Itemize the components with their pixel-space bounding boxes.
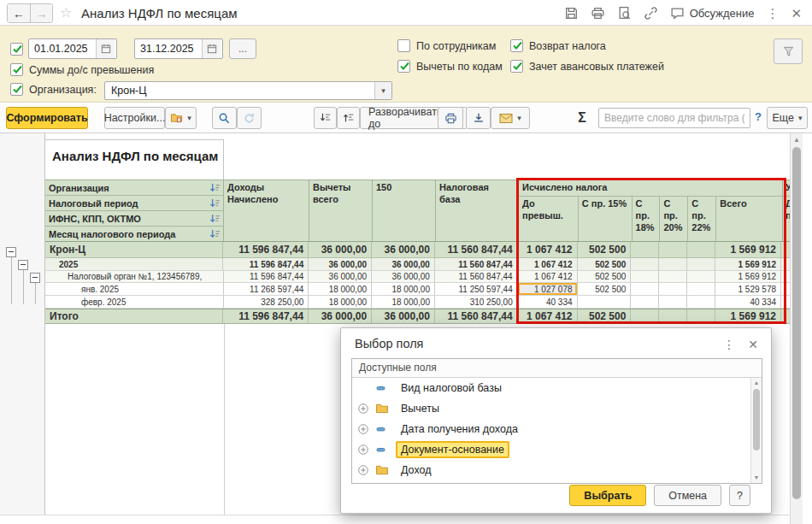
sums-checkbox[interactable] xyxy=(10,63,23,76)
data-cell[interactable]: 11 596 847,44 xyxy=(223,309,309,323)
dialog-help-button[interactable]: ? xyxy=(729,485,750,506)
data-cell[interactable]: 1 569 912 xyxy=(715,271,781,282)
back-button[interactable]: ← xyxy=(8,4,30,22)
repeat-search-button[interactable] xyxy=(237,107,262,129)
data-cell[interactable]: 11 268 597,44 xyxy=(224,283,309,295)
data-cell[interactable]: 36 000,00 xyxy=(372,242,435,257)
data-cell[interactable]: 11 596 847,44 xyxy=(223,242,309,257)
data-cell[interactable]: 328 250,00 xyxy=(224,296,309,308)
data-cell[interactable] xyxy=(578,296,632,308)
more-button[interactable]: Еще ▾ xyxy=(767,107,808,129)
data-cell[interactable]: 36 000,00 xyxy=(372,309,435,323)
dialog-close-icon[interactable]: ✕ xyxy=(748,338,758,351)
data-cell[interactable]: 1 067 412 xyxy=(518,271,578,282)
data-cell[interactable]: 502 500 xyxy=(578,309,632,323)
collapse-groups-button[interactable] xyxy=(314,107,337,129)
data-cell[interactable] xyxy=(659,258,687,270)
data-cell[interactable]: 1 569 912 xyxy=(715,258,781,270)
sort-icon[interactable] xyxy=(209,198,221,209)
sort-icon[interactable] xyxy=(209,183,221,193)
tax-refund-checkbox[interactable] xyxy=(510,39,523,52)
preview-icon[interactable] xyxy=(617,6,632,21)
org-combobox[interactable]: Крон-Ц ▾ xyxy=(104,81,392,100)
favorite-star-icon[interactable]: ☆ xyxy=(60,4,72,21)
row-dimension-header[interactable]: Налоговый период xyxy=(45,196,223,211)
quick-filter-input[interactable] xyxy=(598,108,750,128)
row-dimension-header[interactable]: ИФНС, КПП, ОКТМО xyxy=(45,211,223,227)
data-cell[interactable]: 1 569 912 xyxy=(715,242,781,257)
data-cell[interactable] xyxy=(631,309,659,323)
data-cell[interactable]: 36 000,00 xyxy=(309,242,372,257)
col-header-taxbase[interactable]: Налоговая база xyxy=(436,180,519,241)
expand-plus-icon[interactable] xyxy=(357,403,369,415)
data-cell[interactable]: 11 560 847,44 xyxy=(435,309,518,323)
data-cell[interactable] xyxy=(631,258,659,270)
data-cell[interactable]: 36 000,00 xyxy=(372,271,435,282)
data-cell[interactable]: 18 000,00 xyxy=(372,296,435,308)
data-cell[interactable]: 1 067 412 xyxy=(518,309,578,323)
date-from-input[interactable] xyxy=(29,43,96,55)
data-cell[interactable] xyxy=(659,296,687,308)
sort-icon[interactable] xyxy=(209,229,221,239)
tax-subcolumn-header[interactable]: Всего xyxy=(716,197,782,241)
list-scrollbar[interactable]: ▲ ▼ xyxy=(750,378,762,483)
print-button[interactable] xyxy=(438,107,463,129)
data-cell[interactable] xyxy=(687,296,715,308)
row-label[interactable]: 2025 xyxy=(45,258,223,270)
help-button[interactable]: ? xyxy=(755,110,762,123)
org-checkbox[interactable] xyxy=(10,83,23,96)
data-cell[interactable]: 36 000,00 xyxy=(372,258,435,270)
generate-button[interactable]: Сформировать xyxy=(6,107,88,129)
field-list-item[interactable]: Дата получения дохода xyxy=(352,419,750,439)
field-list-item[interactable]: Вид налоговой базы xyxy=(352,378,750,398)
data-cell[interactable] xyxy=(687,283,715,295)
data-cell[interactable]: 36 000,00 xyxy=(309,271,372,282)
tree-collapse-level3[interactable] xyxy=(30,273,40,283)
expand-plus-icon[interactable] xyxy=(357,423,369,435)
link-icon[interactable] xyxy=(644,6,658,21)
field-list-item[interactable]: Доход xyxy=(352,460,750,480)
data-cell[interactable]: 502 500 xyxy=(578,283,632,295)
data-cell[interactable] xyxy=(659,271,687,282)
tree-collapse-level1[interactable] xyxy=(6,247,16,257)
data-cell[interactable] xyxy=(631,271,659,282)
report-variants-button[interactable]: ▾ xyxy=(165,107,197,129)
row-label[interactable]: февр. 2025 xyxy=(45,296,224,308)
data-cell[interactable]: 1 569 912 xyxy=(715,309,781,323)
advance-offset-checkbox[interactable] xyxy=(510,60,523,73)
calendar-icon[interactable] xyxy=(202,39,221,58)
tree-collapse-level2[interactable] xyxy=(18,260,28,270)
data-cell[interactable] xyxy=(687,242,715,257)
forward-button[interactable]: → xyxy=(30,4,52,22)
data-cell[interactable]: 40 334 xyxy=(715,296,781,308)
data-cell[interactable]: 18 000,00 xyxy=(372,283,435,295)
data-cell[interactable] xyxy=(631,296,659,308)
select-button[interactable]: Выбрать xyxy=(569,485,646,506)
expand-plus-icon[interactable] xyxy=(357,444,369,456)
row-dimension-header[interactable]: Месяц налогового периода xyxy=(45,227,223,241)
filter-settings-button[interactable] xyxy=(774,38,803,64)
data-cell[interactable]: 11 596 847,44 xyxy=(224,271,309,282)
scroll-up-icon[interactable]: ▲ xyxy=(791,133,803,145)
deductions-checkbox[interactable] xyxy=(397,60,410,73)
data-cell[interactable] xyxy=(631,242,659,257)
col-group-label[interactable]: Исчислено налога xyxy=(519,180,782,197)
tax-subcolumn-header[interactable]: С пр. 18% xyxy=(633,197,661,241)
data-cell[interactable]: 1 067 412 xyxy=(518,258,578,270)
row-dimension-header[interactable]: Организация xyxy=(45,180,223,196)
tax-subcolumn-header[interactable]: До превыш. xyxy=(519,197,579,241)
data-cell[interactable]: 502 500 xyxy=(578,271,632,282)
tax-subcolumn-header[interactable]: С пр. 20% xyxy=(660,197,688,241)
data-cell[interactable]: 502 500 xyxy=(578,258,632,270)
row-label[interactable]: Итого xyxy=(45,309,223,323)
date-to-input[interactable] xyxy=(135,43,202,55)
period-checkbox[interactable] xyxy=(10,43,23,56)
data-cell[interactable]: 11 560 847,44 xyxy=(435,271,518,282)
row-label[interactable]: Крон-Ц xyxy=(45,242,223,257)
discussion-button[interactable]: Обсуждение xyxy=(670,6,755,21)
data-cell[interactable]: 11 250 597,44 xyxy=(435,283,518,295)
data-cell[interactable]: 1 529 578 xyxy=(715,283,781,295)
data-cell[interactable]: 36 000,00 xyxy=(309,258,372,270)
col-header-150[interactable]: 150 xyxy=(373,180,436,241)
window-close-icon[interactable]: ✕ xyxy=(791,7,802,20)
